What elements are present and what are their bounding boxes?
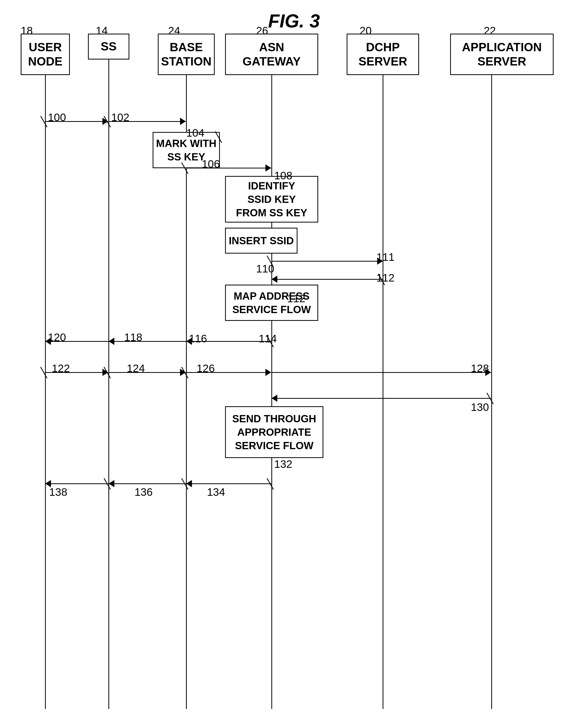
ref-116: 116 (189, 332, 207, 345)
ref-120: 120 (48, 331, 66, 344)
arrow-130 (272, 398, 491, 399)
entity-base-station: BASESTATION (158, 34, 215, 75)
box-identify-ssid: IDENTIFYSSID KEYFROM SS KEY (225, 176, 318, 223)
arrow-130-head (272, 395, 277, 402)
vline-asn-gateway (271, 75, 272, 709)
arrow-138 (45, 483, 109, 484)
arrow-112 (272, 279, 383, 280)
entity-dchp-server: DCHPSERVER (346, 34, 419, 75)
ref-118: 118 (124, 331, 142, 344)
arrow-136 (109, 483, 186, 484)
page: FIG. 3 USERNODE 18 SS 14 BASESTATION 24 … (0, 0, 588, 724)
arrow-134-head (186, 480, 192, 487)
ref-100: 100 (48, 111, 66, 124)
ref-112: 112 (376, 272, 395, 284)
arrow-106-head (266, 164, 271, 171)
ref-114: 114 (259, 332, 277, 345)
vline-ss (108, 60, 109, 709)
ref-110: 110 (256, 263, 274, 275)
ref-108: 108 (274, 169, 292, 182)
ref-102: 102 (111, 111, 129, 124)
ref-111: 111 (376, 251, 395, 264)
ref-26: 26 (256, 25, 268, 37)
ref-134: 134 (207, 486, 225, 498)
ref-112b: 112 (287, 292, 305, 305)
entity-application-server: APPLICATIONSERVER (450, 34, 553, 75)
ref-122: 122 (52, 362, 70, 375)
arrow-128 (272, 372, 491, 373)
entity-ss: SS (88, 34, 129, 60)
ref-22: 22 (484, 25, 496, 37)
ref-126: 126 (196, 362, 215, 375)
arrow-118 (109, 341, 186, 342)
arrow-136-head (109, 480, 114, 487)
ref-18: 18 (21, 25, 33, 37)
entity-asn-gateway: ASNGATEWAY (225, 34, 318, 75)
ref-104: 104 (186, 127, 204, 139)
arrow-134 (186, 483, 272, 484)
ref-106: 106 (202, 158, 220, 170)
ref-136: 136 (134, 486, 153, 498)
ref-20: 20 (360, 25, 372, 37)
vline-dchp-server (383, 75, 383, 709)
arrow-112-head (272, 275, 277, 283)
ref-138: 138 (49, 486, 67, 498)
entity-user-node: USERNODE (21, 34, 70, 75)
figure-title: FIG. 3 (268, 11, 320, 32)
arrow-124 (109, 372, 186, 373)
ref-14: 14 (96, 25, 108, 37)
ref-128: 128 (471, 362, 489, 375)
ref-124: 124 (127, 362, 145, 375)
box-insert-ssid: INSERT SSID (225, 228, 297, 253)
arrow-110-111 (272, 261, 383, 262)
arrow-106 (186, 168, 271, 168)
arrow-126-head (266, 369, 271, 376)
arrow-118-head (109, 338, 114, 345)
ref-132: 132 (274, 458, 292, 471)
vline-app-server (491, 75, 492, 709)
vline-user-node (45, 75, 46, 709)
arrow-102-head (180, 118, 186, 125)
box-send-through: SEND THROUGHAPPROPRIATESERVICE FLOW (225, 406, 323, 458)
ref-24: 24 (168, 25, 180, 37)
ref-130: 130 (471, 401, 489, 413)
